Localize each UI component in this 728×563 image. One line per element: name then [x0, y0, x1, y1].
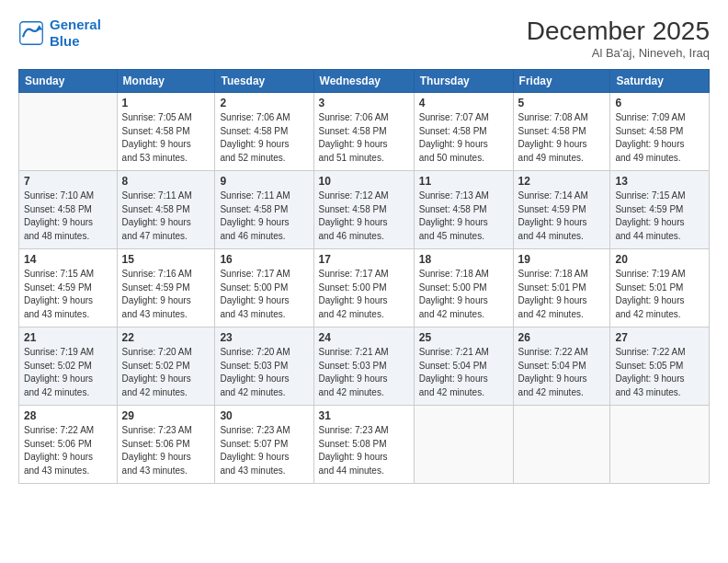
- col-thursday: Thursday: [414, 70, 513, 93]
- day-info: Sunrise: 7:23 AM Sunset: 5:06 PM Dayligh…: [122, 424, 210, 477]
- table-row: 18Sunrise: 7:18 AM Sunset: 5:00 PM Dayli…: [414, 249, 513, 327]
- table-row: 23Sunrise: 7:20 AM Sunset: 5:03 PM Dayli…: [215, 327, 313, 406]
- day-number: 13: [615, 175, 704, 188]
- day-info: Sunrise: 7:15 AM Sunset: 4:59 PM Dayligh…: [615, 190, 704, 243]
- day-info: Sunrise: 7:20 AM Sunset: 5:03 PM Dayligh…: [220, 346, 308, 399]
- day-number: 12: [518, 175, 606, 188]
- table-row: 12Sunrise: 7:14 AM Sunset: 4:59 PM Dayli…: [513, 171, 610, 249]
- table-row: 1Sunrise: 7:05 AM Sunset: 4:58 PM Daylig…: [117, 93, 215, 171]
- page: General Blue December 2025 Al Ba'aj, Nin…: [0, 0, 728, 563]
- day-info: Sunrise: 7:09 AM Sunset: 4:58 PM Dayligh…: [615, 111, 704, 165]
- table-row: 16Sunrise: 7:17 AM Sunset: 5:00 PM Dayli…: [215, 249, 313, 327]
- calendar-week-row: 28Sunrise: 7:22 AM Sunset: 5:06 PM Dayli…: [19, 406, 710, 484]
- table-row: 3Sunrise: 7:06 AM Sunset: 4:58 PM Daylig…: [313, 93, 414, 171]
- day-info: Sunrise: 7:06 AM Sunset: 4:58 PM Dayligh…: [220, 111, 308, 165]
- day-number: 6: [615, 97, 704, 109]
- day-info: Sunrise: 7:19 AM Sunset: 5:01 PM Dayligh…: [615, 268, 704, 321]
- table-row: 5Sunrise: 7:08 AM Sunset: 4:58 PM Daylig…: [513, 93, 610, 171]
- day-info: Sunrise: 7:17 AM Sunset: 5:00 PM Dayligh…: [220, 268, 308, 321]
- table-row: 19Sunrise: 7:18 AM Sunset: 5:01 PM Dayli…: [513, 249, 610, 327]
- table-row: 17Sunrise: 7:17 AM Sunset: 5:00 PM Dayli…: [313, 249, 414, 327]
- table-row: 25Sunrise: 7:21 AM Sunset: 5:04 PM Dayli…: [414, 327, 513, 406]
- table-row: 31Sunrise: 7:23 AM Sunset: 5:08 PM Dayli…: [313, 406, 414, 484]
- svg-rect-0: [20, 22, 43, 45]
- calendar: Sunday Monday Tuesday Wednesday Thursday…: [18, 69, 710, 484]
- col-sunday: Sunday: [19, 70, 118, 93]
- day-number: 21: [24, 331, 112, 344]
- logo-line2: Blue: [50, 33, 80, 49]
- calendar-header-row: Sunday Monday Tuesday Wednesday Thursday…: [19, 70, 710, 93]
- day-number: 8: [122, 175, 210, 188]
- day-number: 22: [122, 331, 210, 344]
- day-number: 24: [319, 331, 409, 344]
- day-info: Sunrise: 7:05 AM Sunset: 4:58 PM Dayligh…: [122, 111, 210, 165]
- day-info: Sunrise: 7:22 AM Sunset: 5:05 PM Dayligh…: [615, 346, 704, 399]
- table-row: 7Sunrise: 7:10 AM Sunset: 4:58 PM Daylig…: [19, 171, 118, 249]
- table-row: 4Sunrise: 7:07 AM Sunset: 4:58 PM Daylig…: [414, 93, 513, 171]
- day-info: Sunrise: 7:21 AM Sunset: 5:04 PM Dayligh…: [419, 346, 508, 399]
- table-row: 26Sunrise: 7:22 AM Sunset: 5:04 PM Dayli…: [513, 327, 610, 406]
- day-info: Sunrise: 7:23 AM Sunset: 5:07 PM Dayligh…: [220, 424, 308, 477]
- day-info: Sunrise: 7:17 AM Sunset: 5:00 PM Dayligh…: [319, 268, 409, 321]
- col-tuesday: Tuesday: [215, 70, 313, 93]
- day-info: Sunrise: 7:16 AM Sunset: 4:59 PM Dayligh…: [122, 268, 210, 321]
- logo: General Blue: [18, 17, 101, 50]
- day-info: Sunrise: 7:11 AM Sunset: 4:58 PM Dayligh…: [122, 190, 210, 243]
- table-row: 8Sunrise: 7:11 AM Sunset: 4:58 PM Daylig…: [117, 171, 215, 249]
- day-number: 9: [220, 175, 308, 188]
- col-wednesday: Wednesday: [313, 70, 414, 93]
- day-info: Sunrise: 7:12 AM Sunset: 4:58 PM Dayligh…: [319, 190, 409, 243]
- table-row: [610, 406, 710, 484]
- day-number: 27: [615, 331, 704, 344]
- day-number: 11: [419, 175, 508, 188]
- calendar-week-row: 1Sunrise: 7:05 AM Sunset: 4:58 PM Daylig…: [19, 93, 710, 171]
- table-row: 9Sunrise: 7:11 AM Sunset: 4:58 PM Daylig…: [215, 171, 313, 249]
- day-number: 10: [319, 175, 409, 188]
- day-info: Sunrise: 7:22 AM Sunset: 5:06 PM Dayligh…: [24, 424, 112, 477]
- day-info: Sunrise: 7:10 AM Sunset: 4:58 PM Dayligh…: [24, 190, 112, 243]
- table-row: 29Sunrise: 7:23 AM Sunset: 5:06 PM Dayli…: [117, 406, 215, 484]
- day-info: Sunrise: 7:19 AM Sunset: 5:02 PM Dayligh…: [24, 346, 112, 399]
- day-number: 30: [220, 409, 308, 422]
- day-info: Sunrise: 7:22 AM Sunset: 5:04 PM Dayligh…: [518, 346, 606, 399]
- table-row: 20Sunrise: 7:19 AM Sunset: 5:01 PM Dayli…: [610, 249, 710, 327]
- day-info: Sunrise: 7:08 AM Sunset: 4:58 PM Dayligh…: [518, 111, 606, 165]
- day-number: 16: [220, 253, 308, 266]
- header: General Blue December 2025 Al Ba'aj, Nin…: [18, 17, 710, 60]
- table-row: [513, 406, 610, 484]
- table-row: 10Sunrise: 7:12 AM Sunset: 4:58 PM Dayli…: [313, 171, 414, 249]
- table-row: 2Sunrise: 7:06 AM Sunset: 4:58 PM Daylig…: [215, 93, 313, 171]
- day-info: Sunrise: 7:11 AM Sunset: 4:58 PM Dayligh…: [220, 190, 308, 243]
- col-monday: Monday: [117, 70, 215, 93]
- location: Al Ba'aj, Nineveh, Iraq: [527, 46, 710, 60]
- day-info: Sunrise: 7:15 AM Sunset: 4:59 PM Dayligh…: [24, 268, 112, 321]
- table-row: 15Sunrise: 7:16 AM Sunset: 4:59 PM Dayli…: [117, 249, 215, 327]
- logo-icon: [18, 20, 44, 46]
- month-title: December 2025: [527, 17, 710, 46]
- day-number: 3: [319, 97, 409, 109]
- day-number: 23: [220, 331, 308, 344]
- day-number: 14: [24, 253, 112, 266]
- day-info: Sunrise: 7:07 AM Sunset: 4:58 PM Dayligh…: [419, 111, 508, 165]
- table-row: [414, 406, 513, 484]
- day-number: 15: [122, 253, 210, 266]
- day-number: 26: [518, 331, 606, 344]
- day-number: 4: [419, 97, 508, 109]
- table-row: 28Sunrise: 7:22 AM Sunset: 5:06 PM Dayli…: [19, 406, 118, 484]
- day-number: 1: [122, 97, 210, 109]
- calendar-week-row: 21Sunrise: 7:19 AM Sunset: 5:02 PM Dayli…: [19, 327, 710, 406]
- day-number: 18: [419, 253, 508, 266]
- table-row: 24Sunrise: 7:21 AM Sunset: 5:03 PM Dayli…: [313, 327, 414, 406]
- day-number: 19: [518, 253, 606, 266]
- day-number: 17: [319, 253, 409, 266]
- day-info: Sunrise: 7:21 AM Sunset: 5:03 PM Dayligh…: [319, 346, 409, 399]
- table-row: [19, 93, 118, 171]
- day-number: 28: [24, 409, 112, 422]
- day-info: Sunrise: 7:13 AM Sunset: 4:58 PM Dayligh…: [419, 190, 508, 243]
- table-row: 22Sunrise: 7:20 AM Sunset: 5:02 PM Dayli…: [117, 327, 215, 406]
- day-number: 7: [24, 175, 112, 188]
- day-number: 29: [122, 409, 210, 422]
- day-number: 31: [319, 409, 409, 422]
- calendar-week-row: 14Sunrise: 7:15 AM Sunset: 4:59 PM Dayli…: [19, 249, 710, 327]
- table-row: 27Sunrise: 7:22 AM Sunset: 5:05 PM Dayli…: [610, 327, 710, 406]
